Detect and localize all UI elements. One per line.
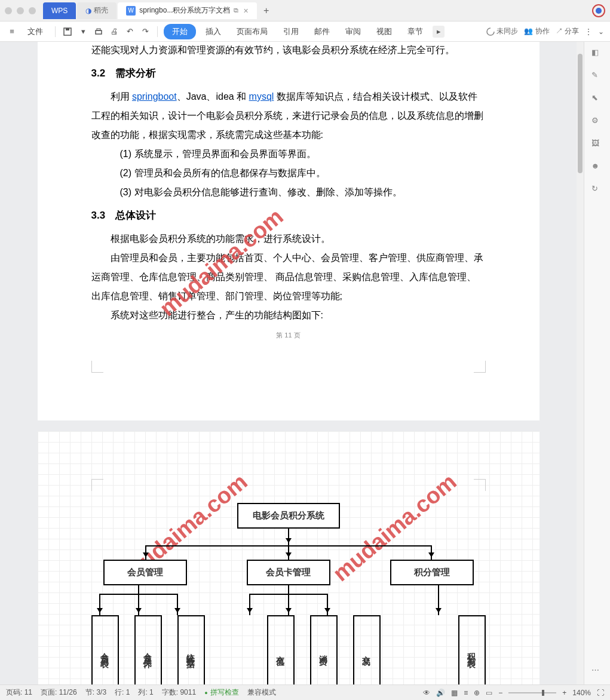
structure-diagram: 电影会员积分系统 会员管理 会员卡管理 积分管理	[91, 431, 486, 684]
link-mysql[interactable]: mysql	[249, 91, 274, 102]
zoom-in-icon[interactable]: +	[562, 689, 566, 697]
title-bar: WPS ◑稻壳 Wspringbo...积分系统万字文档⧉× +	[0, 0, 610, 22]
paragraph: 根据电影会员积分系统的功能需求，进行系统设计。	[91, 229, 486, 248]
tab-document[interactable]: Wspringbo...积分系统万字文档⧉×	[118, 2, 256, 19]
zoom-out-icon[interactable]: −	[498, 689, 502, 697]
diagram-leaf: 消费	[310, 615, 338, 684]
kebab-icon[interactable]: ⋮	[585, 27, 592, 36]
properties-icon[interactable]: ◧	[591, 48, 603, 60]
pen-icon[interactable]: ✎	[591, 70, 603, 82]
fullscreen-icon[interactable]: ⛶	[597, 689, 604, 697]
status-bar: 页码: 11 页面: 11/26 节: 3/3 行: 1 列: 1 字数: 90…	[0, 684, 610, 700]
tab-start[interactable]: 开始	[164, 24, 196, 39]
add-tab-button[interactable]: +	[258, 5, 275, 16]
save-icon[interactable]	[62, 26, 73, 38]
page-number: 第 11 页	[91, 328, 486, 342]
page-corner	[91, 361, 103, 373]
page-11: 还能实现对人力资源和管理资源的有效节约，该电影会员积分系统在经济上完全可行。 3…	[38, 42, 540, 420]
connector	[327, 594, 328, 615]
zoom-value[interactable]: 140%	[572, 689, 591, 697]
tab-daoke[interactable]: ◑稻壳	[77, 2, 117, 19]
scroll-thumb[interactable]	[578, 54, 583, 173]
read-mode-icon[interactable]: 👁	[423, 689, 430, 697]
connector	[288, 545, 289, 560]
layout-icon[interactable]: ▦	[451, 689, 458, 697]
outline-icon[interactable]: ≡	[464, 689, 468, 697]
diagram-leaf: 统计数据	[177, 615, 205, 684]
collab-button[interactable]: 👥 协作	[524, 26, 549, 36]
connector	[438, 585, 439, 594]
word-icon: W	[126, 6, 136, 16]
zoom-slider[interactable]	[508, 692, 556, 693]
print-layout-icon[interactable]: ▭	[486, 689, 492, 697]
duplicate-icon[interactable]: ⧉	[234, 7, 238, 14]
status-pages[interactable]: 页面: 11/26	[41, 687, 77, 698]
settings-icon[interactable]: ⚙	[591, 116, 603, 128]
list-item: (2) 管理员和会员所有的信息都保存与数据库中。	[91, 164, 486, 183]
connector	[145, 545, 146, 560]
undo-icon[interactable]: ↶	[124, 26, 136, 38]
close-icon[interactable]: ×	[243, 6, 248, 16]
list-item: (1) 系统显示，管理员界面和会员界面等界面。	[91, 145, 486, 164]
close-dot[interactable]	[5, 7, 12, 14]
tab-label: 稻壳	[94, 5, 108, 16]
document-canvas[interactable]: 还能实现对人力资源和管理资源的有效节约，该电影会员积分系统在经济上完全可行。 3…	[0, 42, 577, 684]
toolbar: ≡ 文件 ▾ 🖨 ↶ ↷ 开始 插入 页面布局 引用 邮件 审阅 视图 章节 ▸…	[0, 22, 610, 42]
max-dot[interactable]	[29, 7, 36, 14]
more-icon[interactable]: ▸	[433, 26, 445, 38]
right-sidebar: ◧ ✎ ⬉ ⚙ 🖼 ☻ ↻ ⋯	[584, 42, 610, 684]
speech-icon[interactable]: 🔊	[436, 689, 445, 697]
connector	[177, 594, 178, 615]
more-icon[interactable]: ⋯	[591, 665, 603, 677]
sync-status[interactable]: 未同步	[486, 26, 518, 36]
status-page[interactable]: 页码: 11	[6, 687, 32, 698]
tab-ref[interactable]: 引用	[277, 24, 305, 39]
tab-review[interactable]: 审阅	[339, 24, 367, 39]
window-controls	[5, 7, 36, 14]
web-icon[interactable]: ⊕	[474, 689, 480, 697]
face-icon[interactable]: ☻	[591, 161, 603, 173]
hamburger-icon[interactable]: ≡	[6, 26, 18, 38]
share-button[interactable]: ↗ 分享	[556, 26, 579, 36]
connector	[145, 545, 432, 547]
status-col: 列: 1	[138, 687, 153, 698]
link-springboot[interactable]: springboot	[132, 91, 177, 102]
status-words[interactable]: 字数: 9011	[162, 687, 196, 698]
svg-rect-3	[97, 29, 100, 30]
diagram-root: 电影会员积分系统	[237, 503, 340, 529]
diagram-leaf: 会员关怀	[134, 615, 162, 684]
connector	[138, 594, 139, 615]
connector	[249, 594, 250, 615]
list-item: (3) 对电影会员积分信息能够进行查询、修改、删除、添加等操作。	[91, 183, 486, 202]
spell-check[interactable]: 拼写检查	[204, 687, 238, 698]
preview-icon[interactable]: 🖨	[108, 26, 120, 38]
page-12: mudaima.com mudaima.com 电影会员积分系统 会员管理 会员…	[38, 431, 540, 684]
tab-wps[interactable]: WPS	[43, 2, 76, 19]
file-menu[interactable]: 文件	[22, 24, 49, 39]
tab-chapter[interactable]: 章节	[401, 24, 429, 39]
status-section: 节: 3/3	[85, 687, 106, 698]
connector	[288, 594, 289, 615]
cursor-icon[interactable]: ⬉	[591, 93, 603, 105]
history-icon[interactable]: ↻	[591, 184, 603, 196]
chevron-down-icon[interactable]: ⌄	[598, 27, 604, 36]
text-line: 还能实现对人力资源和管理资源的有效节约，该电影会员积分系统在经济上完全可行。	[91, 42, 486, 60]
save-as-icon[interactable]: ▾	[77, 26, 89, 38]
tab-layout[interactable]: 页面布局	[231, 24, 274, 39]
print-icon[interactable]	[93, 26, 105, 38]
paragraph: 利用 springboot、Java、idea 和 mysql 数据库等知识点，…	[91, 87, 486, 145]
tab-insert[interactable]: 插入	[200, 24, 227, 39]
redo-icon[interactable]: ↷	[139, 26, 151, 38]
image-icon[interactable]: 🖼	[591, 139, 603, 151]
diagram-leaf: 会员列表	[91, 615, 119, 684]
min-dot[interactable]	[17, 7, 24, 14]
page-corner	[91, 479, 103, 491]
tab-view[interactable]: 视图	[370, 24, 398, 39]
tab-mail[interactable]: 邮件	[308, 24, 336, 39]
diagram-node: 会员卡管理	[247, 560, 330, 585]
svg-rect-1	[66, 28, 69, 30]
compat-mode: 兼容模式	[247, 687, 276, 698]
page-corner	[474, 361, 486, 373]
vertical-scrollbar[interactable]	[577, 42, 584, 684]
connector	[138, 585, 139, 594]
